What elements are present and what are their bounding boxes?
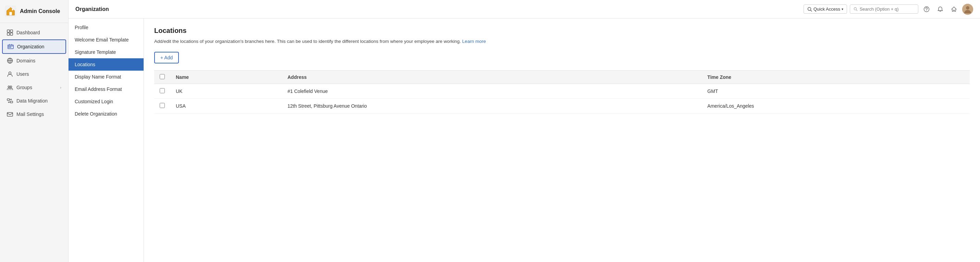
svg-point-12 — [9, 72, 11, 74]
app-logo-icon — [5, 5, 16, 17]
table-select-all-checkbox[interactable] — [160, 74, 165, 79]
sidebar-item-dashboard[interactable]: Dashboard — [2, 26, 66, 39]
row-uk-checkbox[interactable] — [160, 88, 165, 93]
sidebar-item-users[interactable]: Users — [2, 67, 66, 81]
row-usa-address: 12th Street, Pittsburg Avenue Ontario — [282, 99, 702, 113]
content-wrapper: Profile Welcome Email Template Signature… — [68, 19, 980, 262]
groups-icon — [7, 85, 13, 91]
submenu: Profile Welcome Email Template Signature… — [68, 19, 144, 262]
search-box-icon — [854, 7, 858, 11]
row-uk-checkbox-cell — [154, 84, 170, 99]
svg-point-19 — [854, 8, 856, 10]
table-header-address: Address — [282, 71, 702, 84]
groups-chevron-icon: › — [60, 85, 61, 89]
top-header: Organization Quick Access ▾ — [68, 0, 980, 19]
search-box — [850, 5, 918, 14]
svg-rect-17 — [7, 112, 13, 116]
sidebar-item-groups[interactable]: Groups › — [2, 81, 66, 94]
submenu-item-signature[interactable]: Signature Template — [68, 46, 143, 58]
sidebar-item-data-migration-label: Data Migration — [16, 98, 48, 104]
submenu-item-display-name[interactable]: Display Name Format — [68, 71, 143, 83]
sidebar-item-organization[interactable]: Organization — [2, 40, 66, 54]
svg-rect-16 — [10, 101, 13, 103]
table-header-name: Name — [170, 71, 282, 84]
row-uk-address: #1 Colefield Venue — [282, 84, 702, 99]
sidebar-logo: Admin Console — [0, 0, 68, 23]
header-actions: Quick Access ▾ — [803, 4, 973, 15]
sidebar-item-domains[interactable]: Domains — [2, 54, 66, 67]
home-button[interactable] — [948, 4, 959, 15]
row-uk-timezone: GMT — [702, 84, 970, 99]
svg-rect-15 — [7, 99, 10, 101]
submenu-item-customized-login[interactable]: Customized Login — [68, 95, 143, 108]
search-icon — [807, 7, 812, 12]
svg-rect-3 — [7, 30, 10, 32]
sidebar-item-groups-label: Groups — [16, 85, 32, 90]
page-content: Locations Add/edit the locations of your… — [144, 19, 980, 262]
notifications-button[interactable] — [935, 4, 946, 15]
users-icon — [7, 71, 13, 77]
sidebar-item-dashboard-label: Dashboard — [16, 30, 40, 35]
add-button-label: + Add — [161, 55, 173, 60]
svg-rect-6 — [10, 33, 13, 35]
page-description-text: Add/edit the locations of your organizat… — [154, 39, 461, 44]
data-migration-icon — [7, 98, 13, 104]
organization-icon — [8, 43, 14, 50]
sidebar-nav: Dashboard Organization — [0, 23, 68, 262]
submenu-item-profile[interactable]: Profile — [68, 21, 143, 34]
table-row: UK #1 Colefield Venue GMT — [154, 84, 970, 99]
sidebar-item-organization-label: Organization — [17, 44, 44, 50]
quick-access-chevron-icon: ▾ — [842, 7, 843, 11]
svg-rect-1 — [9, 12, 12, 15]
sidebar-item-data-migration[interactable]: Data Migration — [2, 94, 66, 107]
row-usa-timezone: America/Los_Angeles — [702, 99, 970, 113]
table-body: UK #1 Colefield Venue GMT USA 12th Stree… — [154, 84, 970, 113]
submenu-item-email-address[interactable]: Email Address Format — [68, 83, 143, 95]
svg-rect-8 — [9, 46, 10, 48]
user-avatar[interactable] — [962, 4, 973, 15]
table-header-timezone: Time Zone — [702, 71, 970, 84]
page-title: Locations — [154, 27, 970, 35]
learn-more-link[interactable]: Learn more — [462, 39, 486, 44]
svg-point-23 — [966, 6, 969, 10]
svg-point-14 — [10, 86, 12, 88]
page-section-title: Organization — [75, 6, 109, 12]
table-row: USA 12th Street, Pittsburg Avenue Ontari… — [154, 99, 970, 113]
row-usa-checkbox-cell — [154, 99, 170, 113]
sidebar-item-mail-settings[interactable]: Mail Settings — [2, 108, 66, 121]
add-location-button[interactable]: + Add — [154, 52, 179, 64]
sidebar: Admin Console Dashboard — [0, 0, 68, 262]
submenu-item-welcome-email[interactable]: Welcome Email Template — [68, 34, 143, 46]
row-usa-checkbox[interactable] — [160, 103, 165, 108]
svg-point-20 — [924, 6, 929, 12]
svg-rect-5 — [7, 33, 10, 35]
svg-point-21 — [926, 10, 927, 11]
svg-rect-9 — [10, 46, 11, 48]
submenu-item-locations[interactable]: Locations — [68, 58, 143, 71]
svg-rect-2 — [12, 9, 13, 10]
domains-icon — [7, 58, 13, 64]
table-header-row: Name Address Time Zone — [154, 71, 970, 84]
svg-point-13 — [8, 86, 10, 88]
submenu-item-delete-org[interactable]: Delete Organization — [68, 108, 143, 120]
dashboard-icon — [7, 29, 13, 36]
locations-table: Name Address Time Zone — [154, 70, 970, 113]
quick-access-button[interactable]: Quick Access ▾ — [803, 5, 847, 14]
page-description: Add/edit the locations of your organizat… — [154, 38, 970, 45]
row-uk-name: UK — [170, 84, 282, 99]
app-title: Admin Console — [20, 8, 60, 14]
search-input[interactable] — [860, 6, 915, 12]
svg-rect-4 — [10, 30, 13, 32]
row-usa-name: USA — [170, 99, 282, 113]
sidebar-item-users-label: Users — [16, 71, 29, 77]
sidebar-item-mail-settings-label: Mail Settings — [16, 112, 44, 117]
sidebar-item-domains-label: Domains — [16, 58, 35, 64]
main-wrapper: Organization Quick Access ▾ — [68, 0, 980, 262]
help-button[interactable] — [921, 4, 932, 15]
table-header-checkbox-cell — [154, 71, 170, 84]
mail-settings-icon — [7, 111, 13, 117]
quick-access-label: Quick Access — [813, 6, 840, 12]
